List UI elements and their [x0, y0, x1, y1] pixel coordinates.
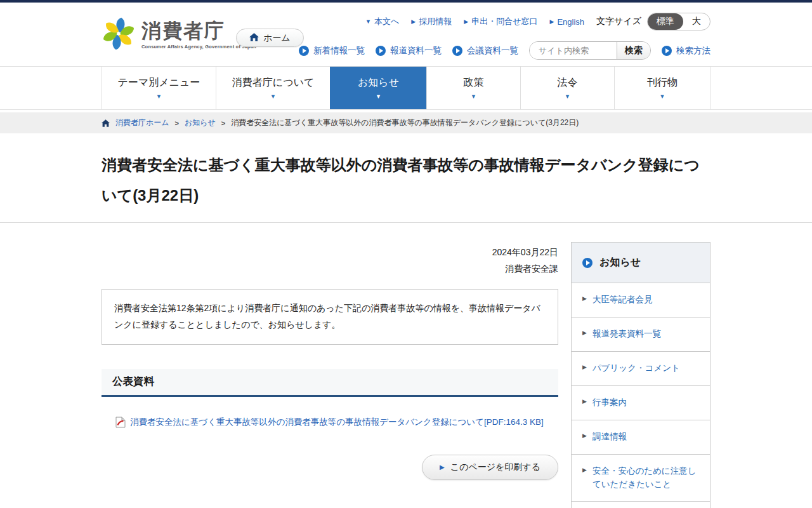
- font-size-standard-button[interactable]: 標準: [648, 13, 683, 30]
- inquiry-link[interactable]: ▶ 申出・問合せ窓口: [464, 16, 537, 27]
- breadcrumb-separator: >: [221, 119, 225, 127]
- published-materials-heading: 公表資料: [102, 369, 558, 397]
- utility-link-label: 採用情報: [419, 16, 452, 27]
- chevron-down-icon: ▼: [270, 94, 276, 100]
- triangle-down-icon: ▼: [365, 19, 371, 25]
- search-help-link[interactable]: 検索方法: [662, 45, 710, 57]
- skip-to-content-link[interactable]: ▼ 本文へ: [365, 16, 399, 27]
- pdf-file-icon: [115, 417, 126, 428]
- meeting-materials-link[interactable]: 会議資料一覧: [452, 45, 518, 57]
- sidebar-title: お知らせ: [599, 256, 641, 269]
- sidebar-item-procurement[interactable]: ▶ 調達情報: [572, 420, 710, 455]
- new-info-list-link[interactable]: 新着情報一覧: [299, 45, 365, 57]
- triangle-right-icon: ▶: [582, 433, 587, 439]
- nav-item-label: テーマ別メニュー: [118, 76, 200, 90]
- nav-item-label: 刊行物: [647, 76, 678, 90]
- print-button-label: このページを印刷する: [450, 462, 540, 473]
- play-circle-icon: [582, 258, 593, 268]
- nav-item-publications[interactable]: 刊行物 ▼: [614, 67, 710, 109]
- nav-item-label: お知らせ: [358, 76, 399, 90]
- department-name: 消費者安全課: [102, 261, 558, 277]
- home-button[interactable]: ホーム: [236, 29, 304, 47]
- english-link[interactable]: ▶ English: [549, 17, 584, 27]
- nav-item-label: 政策: [464, 76, 484, 90]
- nav-item-label: 消費者庁について: [232, 76, 315, 90]
- quick-link-label: 検索方法: [676, 45, 710, 57]
- sidebar-item-label: 行事案内: [593, 396, 627, 410]
- triangle-right-icon: ▶: [582, 467, 587, 473]
- triangle-right-icon: ▶: [464, 19, 468, 25]
- font-size-label: 文字サイズ: [596, 16, 641, 27]
- news-sidebar: お知らせ ▶ 大臣等記者会見 ▶ 報道発表資料一覧 ▶ パブリック・コメント ▶…: [571, 242, 710, 508]
- sidebar-item-new-info-list[interactable]: ▶ 新着情報一覧: [572, 502, 710, 508]
- play-circle-icon: [299, 46, 309, 56]
- triangle-right-icon: ▶: [411, 19, 416, 25]
- pdf-download-link[interactable]: 消費者安全法に基づく重大事故等以外の消費者事故等の事故情報データバンク登録につい…: [130, 417, 544, 428]
- triangle-right-icon: ▶: [582, 399, 587, 404]
- breadcrumb-home-link[interactable]: 消費者庁ホーム: [115, 117, 169, 128]
- sidebar-item-public-comment[interactable]: ▶ パブリック・コメント: [572, 352, 710, 386]
- chevron-down-icon: ▼: [565, 94, 570, 100]
- breadcrumb-current-page: 消費者安全法に基づく重大事故等以外の消費者事故等の事故情報データバンク登録につい…: [231, 117, 579, 128]
- nav-item-policy[interactable]: 政策 ▼: [426, 67, 520, 109]
- sidebar-item-safety-notices[interactable]: ▶ 安全・安心のために注意していただきたいこと: [572, 455, 710, 502]
- search-button[interactable]: 検索: [617, 42, 650, 59]
- announcement-body-box: 消費者安全法第12条第2項により消費者庁に通知のあった下記の消費者事故等の情報を…: [102, 289, 558, 345]
- sidebar-item-press-conference[interactable]: ▶ 大臣等記者会見: [572, 283, 710, 318]
- utility-link-label: 本文へ: [374, 16, 399, 27]
- search-input[interactable]: [530, 42, 617, 59]
- font-size-large-button[interactable]: 大: [683, 13, 710, 30]
- play-circle-icon: [662, 46, 672, 56]
- breadcrumb-news-link[interactable]: お知らせ: [185, 117, 216, 128]
- nav-item-theme-menu[interactable]: テーマ別メニュー ▼: [102, 67, 216, 109]
- announcement-text: 消費者安全法第12条第2項により消費者庁に通知のあった下記の消費者事故等の情報を…: [114, 303, 540, 330]
- pinwheel-logo-icon: [102, 15, 136, 52]
- chevron-down-icon: ▼: [471, 94, 476, 100]
- font-size-toggle: 標準 大: [647, 13, 710, 30]
- chevron-down-icon: ▼: [156, 94, 162, 100]
- nav-item-news[interactable]: お知らせ ▼: [330, 67, 426, 109]
- play-circle-icon: [376, 46, 386, 56]
- recruitment-link[interactable]: ▶ 採用情報: [411, 16, 452, 27]
- sidebar-item-label: 調達情報: [593, 431, 627, 444]
- page-title-section: 消費者安全法に基づく重大事故等以外の消費者事故等の事故情報データバンク登録につい…: [102, 133, 710, 222]
- nav-item-label: 法令: [558, 76, 578, 90]
- home-button-label: ホーム: [263, 32, 291, 44]
- utility-nav: ▼ 本文へ ▶ 採用情報 ▶ 申出・問合せ窓口 ▶ English 文字サイズ …: [365, 13, 710, 30]
- quick-link-label: 新着情報一覧: [313, 45, 365, 57]
- breadcrumb-separator: >: [175, 119, 179, 127]
- main-content: 2024年03月22日 消費者安全課 消費者安全法第12条第2項により消費者庁に…: [102, 223, 558, 480]
- quick-links-row: 新着情報一覧 報道資料一覧 会議資料一覧 検索 検索方法: [299, 41, 710, 60]
- triangle-right-icon: ▶: [440, 464, 445, 471]
- sidebar-item-label: 大臣等記者会見: [593, 293, 653, 307]
- sidebar-header: お知らせ: [572, 243, 710, 283]
- quick-link-label: 報道資料一覧: [390, 45, 442, 57]
- chevron-down-icon: ▼: [376, 94, 381, 100]
- sidebar-item-events[interactable]: ▶ 行事案内: [572, 386, 710, 420]
- sidebar-item-label: 安全・安心のために注意していただきたいこと: [593, 465, 702, 491]
- press-materials-link[interactable]: 報道資料一覧: [376, 45, 442, 57]
- pdf-link-row: 消費者安全法に基づく重大事故等以外の消費者事故等の事故情報データバンク登録につい…: [102, 417, 558, 428]
- agency-logo[interactable]: 消費者庁 Consumer Affairs Agency, Government…: [102, 15, 256, 52]
- chevron-down-icon: ▼: [660, 94, 665, 100]
- home-icon: [102, 119, 110, 127]
- main-navigation: テーマ別メニュー ▼ 消費者庁について ▼ お知らせ ▼ 政策 ▼ 法令 ▼ 刊…: [0, 66, 812, 110]
- utility-link-label: English: [557, 17, 584, 27]
- section-heading-label: 公表資料: [112, 375, 154, 389]
- page-title: 消費者安全法に基づく重大事故等以外の消費者事故等の事故情報データバンク登録につい…: [102, 150, 710, 211]
- print-page-button[interactable]: ▶ このページを印刷する: [422, 455, 558, 480]
- play-circle-icon: [452, 46, 462, 56]
- utility-link-label: 申出・問合せ窓口: [471, 16, 537, 27]
- sidebar-item-label: 報道発表資料一覧: [593, 328, 661, 341]
- nav-item-laws[interactable]: 法令 ▼: [520, 67, 614, 109]
- triangle-right-icon: ▶: [582, 330, 587, 336]
- sidebar-item-press-releases[interactable]: ▶ 報道発表資料一覧: [572, 318, 710, 352]
- home-icon: [249, 33, 259, 43]
- triangle-right-icon: ▶: [582, 296, 587, 302]
- sidebar-item-label: パブリック・コメント: [593, 362, 680, 375]
- triangle-right-icon: ▶: [549, 19, 554, 25]
- nav-item-about-caa[interactable]: 消費者庁について ▼: [216, 67, 330, 109]
- triangle-right-icon: ▶: [582, 364, 587, 370]
- quick-link-label: 会議資料一覧: [467, 45, 518, 57]
- breadcrumb: 消費者庁ホーム > お知らせ > 消費者安全法に基づく重大事故等以外の消費者事故…: [0, 112, 812, 133]
